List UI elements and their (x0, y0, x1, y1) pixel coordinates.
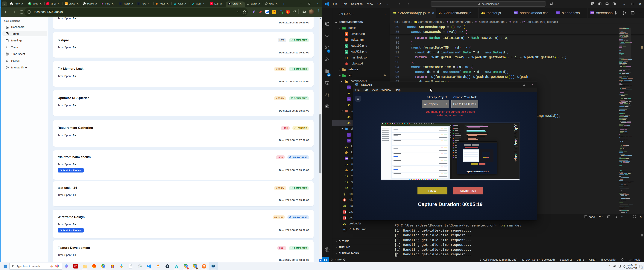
svg-text:<>: <> (346, 111, 348, 112)
svg-text:{}: {} (346, 129, 348, 130)
